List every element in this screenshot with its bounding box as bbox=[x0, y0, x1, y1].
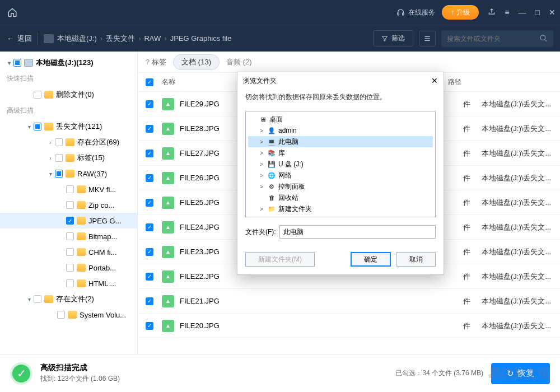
dialog-tree-item[interactable]: > 💻 此电脑 bbox=[248, 136, 433, 147]
chevron-icon: > bbox=[258, 161, 265, 167]
dialog-tree-item[interactable]: 🗑 回收站 bbox=[248, 192, 433, 203]
item-label: 网络 bbox=[278, 171, 292, 180]
cancel-button[interactable]: 取消 bbox=[396, 252, 436, 267]
dialog-close-icon[interactable]: ✕ bbox=[431, 76, 438, 85]
dialog-tree-item[interactable]: > 👤 admin bbox=[248, 125, 433, 136]
item-icon: 📚 bbox=[267, 149, 276, 157]
dialog-tree-item[interactable]: 🖥 桌面 bbox=[248, 114, 433, 125]
chevron-icon: > bbox=[258, 139, 265, 145]
item-label: 控制面板 bbox=[278, 182, 305, 192]
item-icon: 💻 bbox=[267, 138, 276, 146]
item-icon: 💾 bbox=[267, 160, 276, 168]
item-label: admin bbox=[278, 127, 297, 134]
chevron-icon: > bbox=[258, 150, 265, 156]
item-label: 此电脑 bbox=[278, 137, 298, 147]
item-icon: 📁 bbox=[267, 205, 276, 213]
item-icon: 🖥 bbox=[258, 115, 267, 123]
folder-field[interactable] bbox=[279, 225, 436, 239]
item-icon: ⚙ bbox=[267, 183, 276, 190]
dialog-tree-item[interactable]: > ⚙ 控制面板 bbox=[248, 181, 433, 192]
browse-folder-dialog: 浏览文件夹 ✕ 切勿将找到的数据保存回原来丢失数据的位置。 🖥 桌面 > 👤 a… bbox=[237, 72, 444, 275]
chevron-icon: > bbox=[258, 128, 265, 134]
item-label: 库 bbox=[278, 148, 285, 158]
item-icon: 🌐 bbox=[267, 171, 276, 179]
chevron-icon: > bbox=[258, 184, 265, 190]
dialog-tree-item[interactable]: > 🌐 网络 bbox=[248, 170, 433, 181]
dialog-titlebar[interactable]: 浏览文件夹 ✕ bbox=[237, 72, 444, 89]
chevron-icon: > bbox=[258, 172, 265, 179]
dialog-message: 切勿将找到的数据保存回原来丢失数据的位置。 bbox=[245, 92, 436, 102]
new-folder-button[interactable]: 新建文件夹(M) bbox=[245, 252, 315, 267]
dialog-folder-tree[interactable]: 🖥 桌面 > 👤 admin > 💻 此电脑 > 📚 库 > 💾 U 盘 (J:… bbox=[245, 111, 436, 217]
chevron-icon: > bbox=[258, 206, 265, 212]
folder-field-label: 文件夹(F): bbox=[245, 227, 276, 237]
item-label: 回收站 bbox=[278, 193, 298, 203]
item-icon: 🗑 bbox=[267, 194, 276, 202]
item-label: 新建文件夹 bbox=[278, 204, 312, 214]
ok-button[interactable]: 确定 bbox=[351, 252, 391, 267]
item-label: 桌面 bbox=[269, 115, 283, 124]
dialog-tree-item[interactable]: > 📚 库 bbox=[248, 147, 433, 158]
dialog-tree-item[interactable]: > 💾 U 盘 (J:) bbox=[248, 158, 433, 170]
dialog-title: 浏览文件夹 bbox=[243, 76, 277, 86]
item-icon: 👤 bbox=[267, 127, 276, 134]
item-label: U 盘 (J:) bbox=[278, 160, 304, 169]
dialog-tree-item[interactable]: > 📁 新建文件夹 bbox=[248, 203, 433, 214]
